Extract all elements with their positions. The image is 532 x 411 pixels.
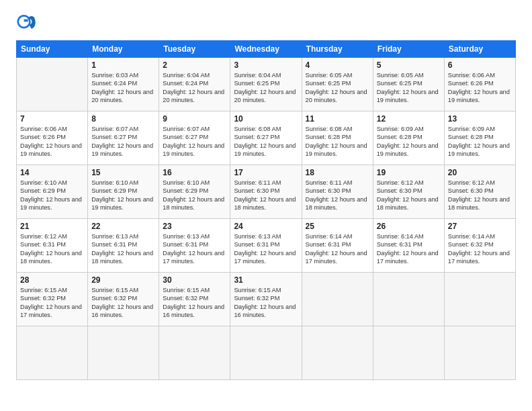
logo [16, 12, 40, 34]
day-info: Sunrise: 6:12 AMSunset: 6:31 PMDaylight:… [20, 232, 84, 266]
day-info: Sunrise: 6:03 AMSunset: 6:24 PMDaylight:… [91, 71, 155, 105]
calendar-cell [159, 326, 230, 380]
day-number: 22 [91, 222, 155, 231]
calendar-page: SundayMondayTuesdayWednesdayThursdayFrid… [0, 0, 532, 388]
weekday-header-saturday: Saturday [444, 41, 515, 58]
day-info: Sunrise: 6:11 AMSunset: 6:30 PMDaylight:… [306, 179, 369, 212]
calendar-cell: 9Sunrise: 6:07 AMSunset: 6:27 PMDaylight… [159, 111, 230, 165]
header [16, 12, 516, 34]
day-info: Sunrise: 6:13 AMSunset: 6:31 PMDaylight:… [234, 232, 298, 266]
calendar-cell: 30Sunrise: 6:15 AMSunset: 6:32 PMDayligh… [159, 273, 230, 326]
day-number: 17 [234, 168, 298, 177]
calendar-row: 21Sunrise: 6:12 AMSunset: 6:31 PMDayligh… [17, 219, 516, 273]
day-number: 19 [377, 168, 441, 177]
day-number: 23 [163, 222, 226, 231]
calendar-cell [302, 326, 373, 380]
calendar-cell: 27Sunrise: 6:14 AMSunset: 6:32 PMDayligh… [444, 219, 515, 273]
day-info: Sunrise: 6:10 AMSunset: 6:29 PMDaylight:… [91, 179, 155, 212]
day-info: Sunrise: 6:05 AMSunset: 6:25 PMDaylight:… [306, 71, 369, 105]
day-info: Sunrise: 6:07 AMSunset: 6:27 PMDaylight:… [91, 125, 155, 158]
day-number: 18 [306, 168, 369, 177]
day-number: 4 [306, 60, 369, 70]
day-number: 14 [20, 168, 84, 177]
calendar-cell: 6Sunrise: 6:06 AMSunset: 6:26 PMDaylight… [444, 58, 515, 111]
calendar-row: 28Sunrise: 6:15 AMSunset: 6:32 PMDayligh… [17, 273, 516, 326]
day-number: 24 [234, 222, 298, 231]
day-number: 12 [377, 114, 441, 124]
calendar-cell: 2Sunrise: 6:04 AMSunset: 6:24 PMDaylight… [159, 58, 230, 111]
calendar-cell: 4Sunrise: 6:05 AMSunset: 6:25 PMDaylight… [302, 58, 373, 111]
day-info: Sunrise: 6:06 AMSunset: 6:26 PMDaylight:… [448, 71, 512, 105]
day-info: Sunrise: 6:09 AMSunset: 6:28 PMDaylight:… [377, 125, 441, 158]
day-info: Sunrise: 6:15 AMSunset: 6:32 PMDaylight:… [91, 286, 155, 320]
day-number: 27 [448, 222, 512, 231]
day-info: Sunrise: 6:08 AMSunset: 6:28 PMDaylight:… [306, 125, 369, 158]
day-info: Sunrise: 6:10 AMSunset: 6:29 PMDaylight:… [20, 179, 84, 212]
day-number: 13 [448, 114, 512, 124]
calendar-row: 1Sunrise: 6:03 AMSunset: 6:24 PMDaylight… [17, 58, 516, 111]
calendar-cell [17, 58, 88, 111]
calendar-cell: 17Sunrise: 6:11 AMSunset: 6:30 PMDayligh… [230, 165, 302, 219]
weekday-header-tuesday: Tuesday [159, 41, 230, 58]
calendar-cell [88, 326, 159, 380]
day-info: Sunrise: 6:14 AMSunset: 6:31 PMDaylight:… [306, 232, 369, 266]
day-info: Sunrise: 6:13 AMSunset: 6:31 PMDaylight:… [163, 232, 226, 266]
day-info: Sunrise: 6:04 AMSunset: 6:25 PMDaylight:… [234, 71, 298, 105]
day-info: Sunrise: 6:11 AMSunset: 6:30 PMDaylight:… [234, 179, 298, 212]
calendar-cell [444, 273, 515, 326]
day-number: 31 [234, 275, 298, 285]
calendar-cell [373, 326, 444, 380]
day-info: Sunrise: 6:10 AMSunset: 6:29 PMDaylight:… [163, 179, 226, 212]
day-info: Sunrise: 6:04 AMSunset: 6:24 PMDaylight:… [163, 71, 226, 105]
day-number: 16 [163, 168, 226, 177]
calendar-cell [17, 326, 88, 380]
weekday-header-wednesday: Wednesday [230, 41, 302, 58]
calendar-cell: 23Sunrise: 6:13 AMSunset: 6:31 PMDayligh… [159, 219, 230, 273]
day-info: Sunrise: 6:09 AMSunset: 6:28 PMDaylight:… [448, 125, 512, 158]
day-info: Sunrise: 6:15 AMSunset: 6:32 PMDaylight:… [163, 286, 226, 320]
weekday-header-sunday: Sunday [17, 41, 88, 58]
calendar-cell: 26Sunrise: 6:14 AMSunset: 6:31 PMDayligh… [373, 219, 444, 273]
weekday-header-friday: Friday [373, 41, 444, 58]
weekday-header-monday: Monday [88, 41, 159, 58]
day-info: Sunrise: 6:14 AMSunset: 6:32 PMDaylight:… [448, 232, 512, 266]
calendar-cell [302, 273, 373, 326]
day-number: 3 [234, 60, 298, 70]
calendar-cell: 5Sunrise: 6:05 AMSunset: 6:25 PMDaylight… [373, 58, 444, 111]
calendar-row: 14Sunrise: 6:10 AMSunset: 6:29 PMDayligh… [17, 165, 516, 219]
calendar-cell: 29Sunrise: 6:15 AMSunset: 6:32 PMDayligh… [88, 273, 159, 326]
calendar-cell: 24Sunrise: 6:13 AMSunset: 6:31 PMDayligh… [230, 219, 302, 273]
calendar-cell: 28Sunrise: 6:15 AMSunset: 6:32 PMDayligh… [17, 273, 88, 326]
day-number: 2 [163, 60, 226, 70]
calendar-cell [444, 326, 515, 380]
calendar-table: SundayMondayTuesdayWednesdayThursdayFrid… [16, 40, 516, 380]
calendar-cell: 21Sunrise: 6:12 AMSunset: 6:31 PMDayligh… [17, 219, 88, 273]
day-info: Sunrise: 6:12 AMSunset: 6:30 PMDaylight:… [377, 179, 441, 212]
calendar-cell: 13Sunrise: 6:09 AMSunset: 6:28 PMDayligh… [444, 111, 515, 165]
day-number: 8 [91, 114, 155, 124]
generalblue-icon [16, 12, 38, 34]
day-number: 7 [20, 114, 84, 124]
day-number: 15 [91, 168, 155, 177]
day-number: 5 [377, 60, 441, 70]
calendar-cell: 20Sunrise: 6:12 AMSunset: 6:30 PMDayligh… [444, 165, 515, 219]
calendar-cell: 16Sunrise: 6:10 AMSunset: 6:29 PMDayligh… [159, 165, 230, 219]
day-number: 29 [91, 275, 155, 285]
calendar-cell: 19Sunrise: 6:12 AMSunset: 6:30 PMDayligh… [373, 165, 444, 219]
day-number: 1 [91, 60, 155, 70]
day-number: 21 [20, 222, 84, 231]
calendar-cell: 7Sunrise: 6:06 AMSunset: 6:26 PMDaylight… [17, 111, 88, 165]
calendar-cell: 12Sunrise: 6:09 AMSunset: 6:28 PMDayligh… [373, 111, 444, 165]
calendar-cell: 14Sunrise: 6:10 AMSunset: 6:29 PMDayligh… [17, 165, 88, 219]
day-number: 25 [306, 222, 369, 231]
day-number: 26 [377, 222, 441, 231]
day-info: Sunrise: 6:15 AMSunset: 6:32 PMDaylight:… [234, 286, 298, 320]
day-info: Sunrise: 6:05 AMSunset: 6:25 PMDaylight:… [377, 71, 441, 105]
day-info: Sunrise: 6:07 AMSunset: 6:27 PMDaylight:… [163, 125, 226, 158]
calendar-cell: 3Sunrise: 6:04 AMSunset: 6:25 PMDaylight… [230, 58, 302, 111]
day-info: Sunrise: 6:12 AMSunset: 6:30 PMDaylight:… [448, 179, 512, 212]
calendar-row [17, 326, 516, 380]
calendar-cell [373, 273, 444, 326]
calendar-cell: 25Sunrise: 6:14 AMSunset: 6:31 PMDayligh… [302, 219, 373, 273]
calendar-cell: 15Sunrise: 6:10 AMSunset: 6:29 PMDayligh… [88, 165, 159, 219]
